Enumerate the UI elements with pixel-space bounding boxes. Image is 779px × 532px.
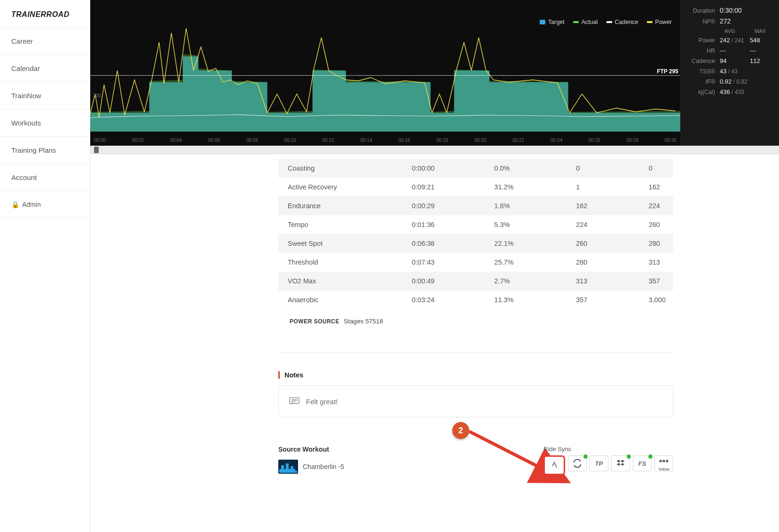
- nav-admin-label: Admin: [22, 201, 41, 208]
- stat-kj: 436: [720, 88, 730, 95]
- strava-icon: [549, 460, 559, 470]
- dropbox-icon: [615, 458, 626, 469]
- stat-tss: 43: [720, 68, 726, 75]
- legend-power: Power: [647, 19, 672, 25]
- brand-logo: TRAINERROAD: [0, 0, 90, 28]
- divider: [278, 352, 673, 352]
- nav-admin[interactable]: 🔒Admin: [0, 191, 90, 218]
- stat-hr-max: ---: [750, 47, 756, 54]
- stat-np: 272: [720, 17, 731, 25]
- stat-hr-avg: ---: [720, 47, 750, 54]
- timeline-scrubber[interactable]: [90, 146, 779, 154]
- source-workout: Source Workout Chamberlin -5: [278, 446, 344, 474]
- table-row: VO2 Max0:00:492.7%313357: [278, 272, 673, 290]
- notes-heading: Notes: [278, 371, 673, 379]
- chart-area: FTP 295 200 Target Actual Cadence Power …: [90, 0, 779, 146]
- stat-cadence-max: 112: [750, 57, 760, 64]
- stat-if-label: IF®: [688, 78, 720, 85]
- stat-if: 0.92: [720, 78, 732, 85]
- table-row: Endurance0:00:291.6%162224: [278, 196, 673, 215]
- legend-actual: Actual: [573, 19, 598, 25]
- source-workout-item[interactable]: Chamberlin -5: [278, 460, 344, 474]
- source-workout-head: Source Workout: [278, 446, 344, 453]
- sync-dropbox-button[interactable]: [611, 455, 630, 471]
- ftp-label: FTP 295: [657, 68, 678, 75]
- stat-kj-label: kj(Cal): [688, 89, 720, 95]
- table-row: Active Recovery0:09:2131.2%1162: [278, 178, 673, 196]
- sidebar: TRAINERROAD Career Calendar TrainNow Wor…: [0, 0, 90, 532]
- stat-avg-head: AVG: [724, 28, 755, 34]
- sync-trainingpeaks-button[interactable]: TP: [590, 455, 608, 471]
- tridot-label: TriDot: [658, 468, 669, 471]
- stat-duration-label: Duration: [688, 8, 720, 14]
- stat-cadence-label: Cadence: [688, 58, 720, 64]
- table-row: Anaerobic0:03:2411.3%3573,000: [278, 290, 673, 309]
- ride-sync-head: Ride Sync: [543, 446, 673, 453]
- stat-power-avg: 242: [720, 37, 730, 44]
- stat-cadence-avg: 94: [720, 57, 750, 64]
- nav-trainnow[interactable]: TrainNow: [0, 82, 90, 110]
- ftp-line: [90, 75, 680, 76]
- stat-duration: 0:30:00: [720, 7, 742, 14]
- nav-career[interactable]: Career: [0, 28, 90, 55]
- lock-icon: 🔒: [11, 201, 19, 208]
- legend-target: Target: [540, 19, 565, 25]
- y-tick-200: 200: [93, 93, 101, 98]
- chart-legend: Target Actual Cadence Power: [540, 19, 672, 25]
- stat-np-label: NP®: [688, 18, 720, 25]
- workout-thumb-icon: [278, 460, 298, 474]
- stat-power-label: Power: [688, 37, 720, 44]
- sync-strava-button[interactable]: [543, 455, 565, 475]
- stat-hr-label: HR: [688, 47, 720, 54]
- tp-icon: TP: [595, 460, 603, 467]
- status-dot-icon: [627, 454, 631, 459]
- table-row: Threshold0:07:4325.7%280313: [278, 253, 673, 272]
- workout-chart[interactable]: FTP 295 200 Target Actual Cadence Power …: [90, 0, 680, 146]
- stat-max-head: MAX: [755, 28, 766, 34]
- nav-workouts[interactable]: Workouts: [0, 110, 90, 137]
- power-source: POWER SOURCE Stages 57518: [278, 309, 673, 333]
- nav-training-plans[interactable]: Training Plans: [0, 137, 90, 164]
- power-zones-table: Coasting0:00:000.0%00Active Recovery0:09…: [278, 159, 673, 309]
- svg-point-6: [659, 460, 662, 462]
- fs-icon: FS: [638, 460, 646, 467]
- notes-box[interactable]: Felt great!: [278, 385, 673, 417]
- sync-finalsurge-button[interactable]: FS: [633, 455, 652, 471]
- table-row: Sweet Spot0:06:3822.1%260280: [278, 234, 673, 253]
- time-axis: 00:0000:0200:0400:0600:0800:1000:1200:14…: [90, 138, 680, 143]
- sync-tridot-button[interactable]: TriDot: [654, 455, 673, 471]
- notes-text: Felt great!: [306, 398, 338, 406]
- sync-arrows-icon: [572, 458, 582, 469]
- sync-garmin-button[interactable]: [568, 455, 587, 471]
- source-workout-name: Chamberlin -5: [303, 463, 344, 470]
- stat-power-max: 548: [750, 37, 760, 44]
- stats-panel: Duration0:30:00 NP®272 AVGMAX Power242 /…: [680, 0, 779, 146]
- main: FTP 295 200 Target Actual Cadence Power …: [90, 0, 779, 532]
- ride-sync: Ride Sync TP: [543, 446, 673, 475]
- status-dot-icon: [648, 454, 653, 459]
- stat-tss-label: TSS®: [688, 68, 720, 75]
- legend-cadence: Cadence: [606, 19, 638, 25]
- table-row: Coasting0:00:000.0%00: [278, 159, 673, 178]
- nav-account[interactable]: Account: [0, 164, 90, 191]
- nav-calendar[interactable]: Calendar: [0, 55, 90, 82]
- table-row: Tempo0:01:365.3%224260: [278, 215, 673, 234]
- status-dot-icon: [583, 454, 588, 459]
- scrub-handle[interactable]: [94, 147, 99, 153]
- note-icon: [289, 397, 299, 406]
- tridot-dots-icon: [659, 456, 669, 466]
- svg-point-8: [666, 460, 669, 462]
- svg-point-7: [662, 460, 665, 462]
